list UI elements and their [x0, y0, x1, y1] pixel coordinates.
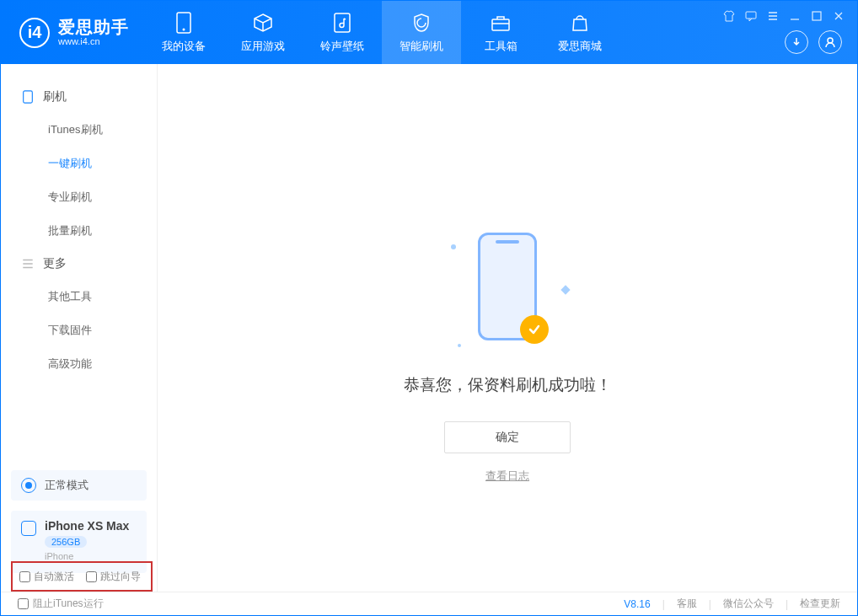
- sidebar-item-batch-flash[interactable]: 批量刷机: [1, 214, 157, 248]
- music-icon: [331, 12, 353, 34]
- svg-rect-5: [812, 12, 821, 20]
- sidebar-group-flash: 刷机: [1, 81, 157, 113]
- tshirt-icon[interactable]: [722, 9, 736, 23]
- block-itunes-checkbox[interactable]: [18, 598, 29, 609]
- tab-flash[interactable]: 智能刷机: [382, 1, 461, 64]
- success-message: 恭喜您，保资料刷机成功啦！: [404, 374, 612, 396]
- support-link[interactable]: 客服: [677, 597, 697, 611]
- logo-icon: i4: [19, 18, 50, 48]
- main-tabs: 我的设备 应用游戏 铃声壁纸 智能刷机: [144, 1, 619, 64]
- svg-point-1: [183, 28, 185, 30]
- list-icon: [21, 257, 35, 271]
- device-phone-icon: [21, 521, 36, 536]
- sidebar-group-more: 更多: [1, 248, 157, 280]
- mode-indicator-icon: [21, 478, 36, 493]
- mode-label: 正常模式: [45, 478, 88, 493]
- sidebar-item-other-tools[interactable]: 其他工具: [1, 280, 157, 313]
- device-type: iPhone: [45, 551, 129, 561]
- success-illustration: [469, 233, 545, 351]
- auto-activate-checkbox[interactable]: 自动激活: [19, 570, 74, 584]
- shield-icon: [410, 12, 432, 34]
- header-actions: [785, 30, 842, 54]
- sidebar-item-advanced[interactable]: 高级功能: [1, 347, 157, 381]
- sparkle-icon: [560, 285, 570, 294]
- tab-my-device[interactable]: 我的设备: [144, 1, 223, 64]
- view-log-link[interactable]: 查看日志: [485, 469, 529, 484]
- window-controls: [722, 9, 845, 23]
- bag-icon: [569, 12, 591, 34]
- skip-guide-input[interactable]: [86, 571, 97, 582]
- options-highlight-box: 自动激活 跳过向导: [11, 561, 153, 592]
- sidebar-item-oneclick-flash[interactable]: 一键刷机: [1, 147, 157, 180]
- svg-rect-4: [746, 12, 756, 19]
- tab-toolbox[interactable]: 工具箱: [461, 1, 540, 64]
- block-itunes-label: 阻止iTunes运行: [33, 597, 104, 611]
- phone-icon: [21, 90, 35, 104]
- tab-ringtone[interactable]: 铃声壁纸: [303, 1, 382, 64]
- toolbox-icon: [490, 12, 512, 34]
- sidebar-item-download-firmware[interactable]: 下载固件: [1, 313, 157, 347]
- sparkle-icon: [458, 344, 461, 347]
- version-label[interactable]: V8.16: [624, 598, 650, 610]
- app-title: 爱思助手: [58, 18, 129, 36]
- check-update-link[interactable]: 检查更新: [800, 597, 840, 611]
- sparkle-icon: [451, 244, 456, 249]
- main-body: 刷机 iTunes刷机 一键刷机 专业刷机 批量刷机 更多 其他工具 下载固件 …: [1, 64, 857, 592]
- auto-activate-input[interactable]: [19, 571, 30, 582]
- svg-point-6: [828, 38, 833, 43]
- sidebar-item-itunes-flash[interactable]: iTunes刷机: [1, 113, 157, 147]
- tab-store[interactable]: 爱思商城: [540, 1, 619, 64]
- content-area: 恭喜您，保资料刷机成功啦！ 确定 查看日志: [158, 64, 857, 592]
- check-badge-icon: [520, 315, 549, 344]
- device-icon: [173, 12, 195, 34]
- cube-icon: [252, 12, 274, 34]
- minimize-button[interactable]: [788, 9, 802, 23]
- menu-icon[interactable]: [766, 9, 780, 23]
- maximize-button[interactable]: [810, 9, 823, 23]
- tab-apps[interactable]: 应用游戏: [223, 1, 303, 64]
- wechat-link[interactable]: 微信公众号: [723, 597, 774, 611]
- app-subtitle: www.i4.cn: [58, 36, 129, 46]
- svg-rect-3: [492, 19, 509, 30]
- skip-guide-checkbox[interactable]: 跳过向导: [86, 570, 141, 584]
- user-button[interactable]: [818, 30, 842, 54]
- ok-button[interactable]: 确定: [444, 421, 571, 453]
- svg-rect-7: [24, 91, 33, 103]
- header: i4 爱思助手 www.i4.cn 我的设备 应用游戏: [1, 1, 857, 64]
- close-button[interactable]: [832, 9, 845, 23]
- feedback-icon[interactable]: [744, 9, 758, 23]
- download-button[interactable]: [785, 30, 808, 54]
- device-mode[interactable]: 正常模式: [11, 470, 147, 501]
- sidebar-item-pro-flash[interactable]: 专业刷机: [1, 180, 157, 214]
- device-capacity: 256GB: [45, 536, 87, 548]
- sidebar: 刷机 iTunes刷机 一键刷机 专业刷机 批量刷机 更多 其他工具 下载固件 …: [1, 64, 158, 592]
- app-logo: i4 爱思助手 www.i4.cn: [1, 18, 144, 48]
- app-window: i4 爱思助手 www.i4.cn 我的设备 应用游戏: [0, 0, 858, 616]
- device-name: iPhone XS Max: [45, 519, 129, 533]
- footer: 阻止iTunes运行 V8.16 | 客服 | 微信公众号 | 检查更新: [1, 592, 857, 615]
